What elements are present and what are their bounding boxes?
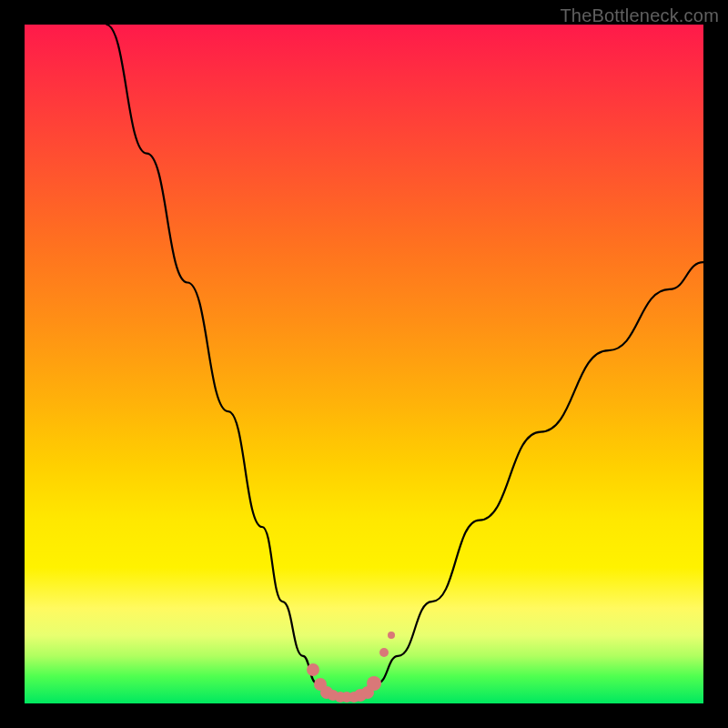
watermark-label: TheBottleneck.com <box>560 5 719 26</box>
marker-dot <box>307 663 319 676</box>
chart-container: TheBottleneck.com <box>0 0 728 728</box>
plot-area <box>25 25 703 703</box>
marker-dot <box>388 632 395 639</box>
marker-dot <box>367 676 381 691</box>
chart-markers <box>25 25 703 703</box>
marker-dot <box>379 648 389 657</box>
